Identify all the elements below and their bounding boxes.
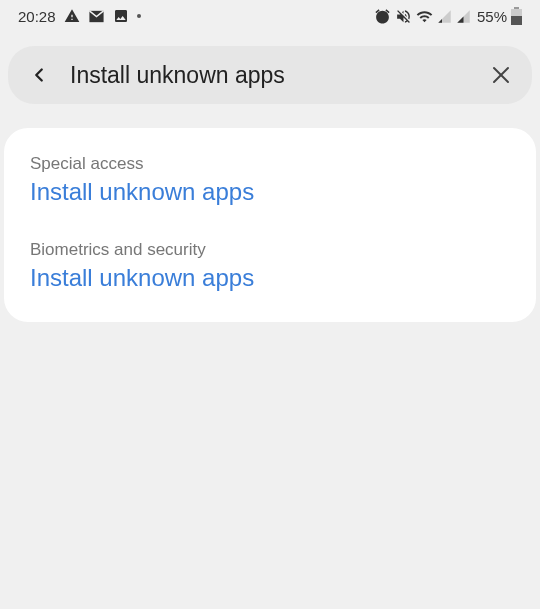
alarm-icon xyxy=(374,8,391,25)
battery-percentage: 55% xyxy=(477,8,507,25)
signal-2-icon xyxy=(456,9,471,24)
close-button[interactable] xyxy=(488,62,514,88)
result-item[interactable]: Special access Install unknown apps xyxy=(30,154,510,206)
svg-rect-3 xyxy=(511,16,522,25)
result-title: Install unknown apps xyxy=(30,178,510,206)
battery-icon xyxy=(511,7,522,25)
signal-1-icon xyxy=(437,9,452,24)
svg-rect-1 xyxy=(514,7,519,9)
mute-icon xyxy=(395,8,412,25)
more-dot-icon xyxy=(137,14,141,18)
back-button[interactable] xyxy=(26,62,52,88)
status-left: 20:28 xyxy=(18,8,141,25)
status-right: 55% xyxy=(374,7,522,25)
results-card: Special access Install unknown apps Biom… xyxy=(4,128,536,322)
result-item[interactable]: Biometrics and security Install unknown … xyxy=(30,240,510,292)
result-title: Install unknown apps xyxy=(30,264,510,292)
result-category: Special access xyxy=(30,154,510,174)
status-bar: 20:28 55% xyxy=(0,0,540,32)
result-category: Biometrics and security xyxy=(30,240,510,260)
wifi-icon xyxy=(416,8,433,25)
search-header: Install unknown apps xyxy=(8,46,532,104)
warning-icon xyxy=(64,8,80,24)
image-icon xyxy=(113,8,129,24)
search-query[interactable]: Install unknown apps xyxy=(70,62,470,89)
mail-icon xyxy=(88,8,105,25)
status-time: 20:28 xyxy=(18,8,56,25)
